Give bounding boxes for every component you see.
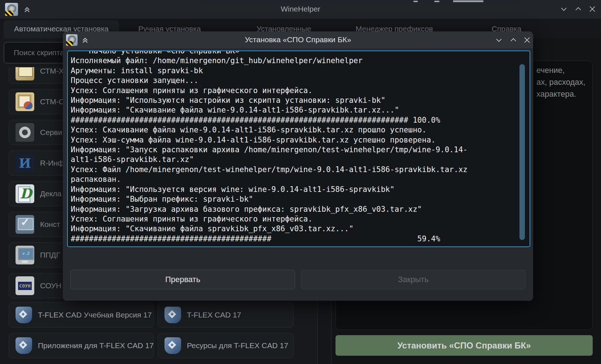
background-window-mark [434,1,439,2]
tile-tflex-resources[interactable]: Ресурсы для T-FLEX CAD 17 [158,333,294,358]
maximize-button[interactable] [574,5,582,13]
close-button[interactable] [588,5,596,13]
tflex-shield-icon [164,337,181,354]
tile-label: T-FLEX CAD 17 [187,311,241,319]
list-item-label: Серви [40,128,62,137]
tile-tflex-cad-study[interactable]: T-FLEX CAD Учебная Версия 17 [9,302,154,328]
soun-logo-icon: СОУН [16,276,34,295]
stm-folder-icon [16,67,34,80]
tile-label: Приложения для T-FLEX CAD 17 [38,341,154,350]
abort-button[interactable]: Прервать [70,270,295,289]
blue-letter-icon: И [16,154,34,172]
minimize-button[interactable] [560,5,568,13]
list-item-label: ППДГ [40,251,60,259]
description-text-fragment: ечение, ах, расходах, характера. [536,64,585,100]
install-button[interactable]: Установить «СПО Справки БК» [335,335,593,356]
tile-label: Ресурсы для T-FLEX CAD 17 [187,341,288,350]
tile-tflex-cad[interactable]: T-FLEX CAD 17 [158,302,294,328]
monitor-check-icon: ✓ [16,215,34,234]
background-window-mark [453,0,483,2]
log-scrollbar-thumb[interactable] [519,64,525,240]
install-log-text: Начало установки «СПО Справки БК» Исполн… [68,51,530,244]
list-item-label: СОУН [40,281,61,290]
monitor-v2-icon: v.2 [16,246,34,264]
tflex-shield-icon [16,337,32,354]
tflex-shield-icon [16,307,32,323]
dialog-title: Установка «СПО Справки БК» [63,35,533,44]
stm-frame-icon [16,92,34,111]
gray-ring-icon [16,123,34,142]
dialog-maximize-button[interactable] [509,36,517,44]
list-item-label: СТМ-С [40,97,64,106]
tile-label: T-FLEX CAD Учебная Версия 17 [38,311,152,319]
tflex-shield-icon [164,307,181,323]
background-window-mark [413,1,418,2]
install-dialog: Установка «СПО Справки БК» Начало устано… [63,32,533,301]
tile-tflex-apps[interactable]: Приложения для T-FLEX CAD 17 [9,333,154,358]
dialog-minimize-button[interactable] [495,36,503,44]
close-button-label: Закрыть [398,275,429,284]
abort-button-label: Прервать [165,275,200,284]
main-window-title: WineHelper [0,5,601,13]
dialog-titlebar[interactable]: Установка «СПО Справки БК» [63,32,533,48]
list-item-label: R-Инф [40,159,64,167]
screen: WineHelper Автоматическая установка Ручн… [0,0,601,364]
document-d-icon: D [16,184,34,203]
install-button-label: Установить «СПО Справки БК» [397,341,531,351]
dialog-close-button[interactable] [523,36,531,44]
list-item-label: СТМ-Х [40,67,64,75]
install-log-view[interactable]: Начало установки «СПО Справки БК» Исполн… [67,51,530,247]
list-item-label: Декла [40,189,61,198]
list-item-label: Конст [40,220,60,229]
background-window-edge [200,0,521,3]
close-dialog-button[interactable]: Закрыть [301,270,526,289]
